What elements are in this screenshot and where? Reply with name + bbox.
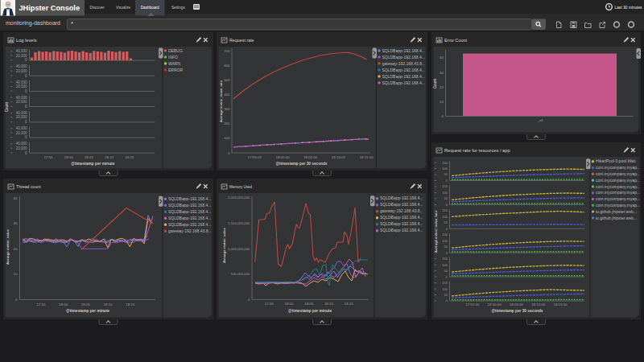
svg-text:100: 100	[442, 239, 448, 243]
svg-text:18:00: 18:00	[64, 155, 74, 159]
svg-text:50: 50	[444, 245, 448, 249]
svg-text:600: 600	[224, 64, 230, 68]
svg-text:@timestamp per minute: @timestamp per minute	[288, 308, 332, 313]
svg-text:HikariPool-0.pool.Wait: HikariPool-0.pool.Wait	[596, 158, 636, 163]
svg-text:40,000: 40,000	[16, 111, 27, 115]
svg-text:SQLDBapp-192.168.4...: SQLDBapp-192.168.4...	[382, 68, 425, 72]
svg-text:20,000: 20,000	[16, 100, 27, 104]
svg-text:40,000: 40,000	[16, 64, 27, 68]
svg-text:18:15: 18:15	[345, 302, 354, 306]
svg-text:com.mycompany.myap...: com.mycompany.myap...	[596, 165, 640, 170]
svg-text:com.mycompany.myap...: com.mycompany.myap...	[596, 178, 640, 183]
svg-text:40: 40	[440, 56, 444, 60]
svg-text:150: 150	[442, 208, 448, 212]
svg-text:SQLDBapp-192.168.4...: SQLDBapp-192.168.4...	[380, 228, 423, 232]
svg-text:20: 20	[440, 85, 444, 89]
svg-text:@timestamp per 30 seconds: @timestamp per 30 seconds	[276, 161, 328, 166]
svg-text:20: 20	[14, 247, 18, 251]
svg-text:500: 500	[224, 78, 230, 82]
svg-text:18:10: 18:10	[105, 155, 114, 159]
svg-text:30: 30	[14, 221, 18, 225]
svg-text:Request rate: Request rate	[229, 37, 254, 43]
svg-text:com.mycompany.myap...: com.mycompany.myap...	[596, 171, 640, 176]
svg-text:gateway-192.168.43.8...: gateway-192.168.43.8...	[382, 61, 426, 66]
svg-text:@timestamp per minute: @timestamp per minute	[71, 161, 114, 166]
svg-text:DEBUG: DEBUG	[168, 48, 183, 53]
svg-text:Average metric_value: Average metric_value	[6, 228, 10, 265]
svg-text:20,000: 20,000	[16, 84, 27, 88]
svg-text:18:05:00: 18:05:00	[303, 155, 318, 159]
svg-text:20,000: 20,000	[16, 131, 27, 135]
svg-text:SQLDBapp-192.168.4...: SQLDBapp-192.168.4...	[380, 202, 423, 207]
svg-text:18:05: 18:05	[304, 302, 314, 306]
svg-text:100: 100	[442, 215, 448, 219]
svg-text:*: *	[71, 20, 73, 27]
svg-text:gateway-192.168.43.8...: gateway-192.168.43.8...	[168, 228, 212, 233]
svg-text:18:15:00: 18:15:00	[553, 302, 568, 306]
svg-text:18:15: 18:15	[125, 155, 134, 159]
svg-text:40,000: 40,000	[16, 126, 27, 130]
svg-text:17:55: 17:55	[44, 155, 54, 159]
svg-text:SQLDBapp-192.168.4...: SQLDBapp-192.168.4...	[380, 221, 423, 226]
svg-text:18:10:00: 18:10:00	[531, 302, 546, 306]
svg-text:Settings: Settings	[171, 4, 185, 10]
svg-text:18:00: 18:00	[59, 302, 68, 306]
svg-text:18:10:00: 18:10:00	[332, 155, 346, 159]
svg-text:20,000: 20,000	[16, 115, 27, 119]
svg-text:SQLDBapp-192.168.4...: SQLDBapp-192.168.4...	[382, 55, 425, 60]
svg-text:17:55:00: 17:55:00	[248, 155, 262, 159]
svg-text:2,000,000,000: 2,000,000,000	[228, 195, 250, 200]
svg-text:SQLDBapp-192.168.4...: SQLDBapp-192.168.4...	[168, 209, 211, 214]
svg-text:18:05:00: 18:05:00	[510, 302, 524, 306]
svg-text:io.github.jhipster.web...: io.github.jhipster.web...	[596, 209, 637, 214]
svg-text:150: 150	[442, 161, 448, 165]
svg-text:17:55: 17:55	[265, 302, 275, 306]
svg-text:SQLDBapp-192.168.4...: SQLDBapp-192.168.4...	[168, 222, 211, 227]
svg-text:Log levels: Log levels	[16, 37, 37, 43]
svg-text:18:00: 18:00	[285, 302, 295, 306]
svg-text:com.mycompany.myap...: com.mycompany.myap...	[596, 196, 640, 201]
svg-text:17:55:00: 17:55:00	[465, 302, 480, 306]
svg-text:SQLDBapp-192.168.4...: SQLDBapp-192.168.4...	[382, 74, 425, 79]
svg-text:40,000: 40,000	[16, 142, 27, 146]
svg-text:40,000: 40,000	[16, 49, 27, 53]
svg-text:50: 50	[444, 269, 448, 273]
svg-text:Error Count: Error Count	[444, 37, 467, 43]
svg-text:Thread count: Thread count	[16, 183, 41, 189]
svg-text:30: 30	[440, 71, 444, 75]
svg-text:Last 30 minutes: Last 30 minutes	[615, 5, 642, 10]
svg-text:20,000: 20,000	[16, 54, 27, 58]
svg-text:JHipster Console: JHipster Console	[19, 3, 80, 12]
svg-text:18:05: 18:05	[81, 302, 91, 306]
svg-text:18:10: 18:10	[324, 302, 334, 306]
svg-text:SQLDBapp-192.168.4...: SQLDBapp-192.168.4...	[380, 215, 423, 220]
svg-text:WARN: WARN	[168, 61, 180, 66]
svg-text:100: 100	[442, 191, 448, 195]
svg-text:40: 40	[14, 196, 18, 200]
svg-text:Average metric_mean_rate: Average metric_mean_rate	[434, 210, 438, 253]
svg-text:SQLDBapp-192.168.4...: SQLDBapp-192.168.4...	[382, 48, 425, 53]
svg-text:SQLDBapp-192.168.4...: SQLDBapp-192.168.4...	[382, 80, 425, 85]
svg-text:com.mycompany.myap...: com.mycompany.myap...	[596, 184, 640, 189]
svg-text:10: 10	[14, 272, 18, 276]
svg-text:@timestamp per 30 seconds: @timestamp per 30 seconds	[492, 308, 543, 313]
svg-text:150: 150	[442, 232, 448, 237]
svg-text:INFO: INFO	[168, 55, 178, 60]
svg-text:SQLDBapp-192.168.4...: SQLDBapp-192.168.4...	[168, 196, 211, 201]
svg-text:10: 10	[440, 100, 444, 104]
svg-text:SQLDBapp-192.168.4...: SQLDBapp-192.168.4...	[380, 195, 423, 200]
svg-text:150: 150	[442, 184, 448, 188]
svg-text:io.github.jhipster.web...: io.github.jhipster.web...	[596, 216, 637, 220]
svg-text:18:10: 18:10	[104, 302, 114, 306]
svg-text:18:15:00: 18:15:00	[360, 155, 374, 159]
svg-text:Memory Used: Memory Used	[229, 183, 252, 189]
svg-text:monitoring-dashboard: monitoring-dashboard	[6, 19, 60, 27]
svg-text:20,000: 20,000	[16, 146, 27, 150]
svg-text:400: 400	[224, 93, 230, 97]
svg-text:20,000: 20,000	[16, 69, 27, 73]
svg-text:SQLDBapp-192.168.4...: SQLDBapp-192.168.4...	[168, 216, 211, 220]
svg-text:50: 50	[444, 293, 448, 297]
svg-text:18:00:00: 18:00:00	[275, 155, 290, 159]
svg-text:18:05: 18:05	[85, 155, 94, 159]
svg-text:com.mycompany.myap...: com.mycompany.myap...	[596, 203, 640, 208]
